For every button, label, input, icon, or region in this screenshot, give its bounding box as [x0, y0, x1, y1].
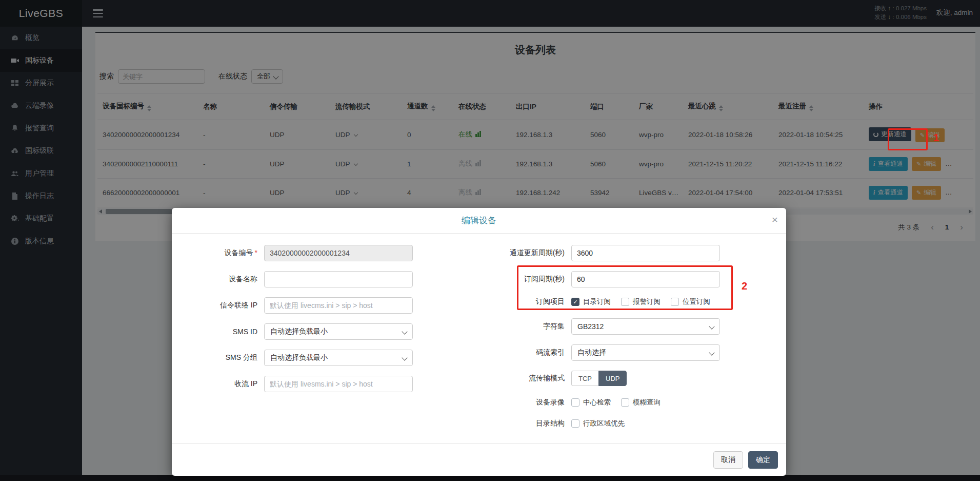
sms-id-label: SMS ID: [172, 328, 264, 336]
chevron-down-icon: [709, 350, 714, 355]
charset-select[interactable]: GB2312: [571, 318, 720, 335]
device-name-label: 设备名称: [172, 275, 264, 284]
catalog-subscribe-checkbox[interactable]: [571, 298, 579, 306]
chevron-down-icon: [402, 355, 407, 360]
subscribe-period-field[interactable]: [571, 271, 720, 287]
cancel-button[interactable]: 取消: [713, 451, 743, 469]
sms-group-label: SMS 分组: [172, 353, 264, 362]
position-subscribe-checkbox[interactable]: [671, 298, 679, 306]
chevron-down-icon: [402, 329, 407, 334]
device-id-field: [264, 245, 413, 261]
modal-right-column: 通道更新周期(秒) 订阅周期(秒) 订阅项目 目录订阅 报警订阅 位置订阅 字符…: [479, 245, 786, 438]
center-search-checkbox[interactable]: [571, 398, 579, 407]
recv-stream-ip-field[interactable]: [264, 376, 413, 392]
close-icon[interactable]: ×: [772, 214, 778, 225]
annotation-number-1: 1: [933, 132, 939, 144]
annotation-number-2: 2: [742, 280, 747, 292]
edit-device-modal: 编辑设备 × 设备编号* 设备名称 信令联络 IP SMS ID 自动选择负载最…: [172, 208, 786, 476]
chevron-down-icon: [709, 323, 714, 329]
modal-body: 设备编号* 设备名称 信令联络 IP SMS ID 自动选择负载最小 SMS 分…: [172, 234, 786, 438]
confirm-button[interactable]: 确定: [748, 451, 778, 469]
subscribe-items-label: 订阅项目: [479, 297, 571, 306]
stream-index-select[interactable]: 自动选择: [571, 344, 720, 361]
sms-id-select[interactable]: 自动选择负载最小: [264, 323, 413, 340]
sip-contact-ip-label: 信令联络 IP: [172, 301, 264, 310]
modal-header: 编辑设备 ×: [172, 208, 786, 234]
alarm-subscribe-checkbox[interactable]: [621, 298, 629, 306]
subscribe-period-label: 订阅周期(秒): [479, 275, 571, 284]
stream-mode-label: 流传输模式: [479, 374, 571, 383]
stream-mode-toggle: TCP UDP: [571, 371, 627, 386]
device-name-field[interactable]: [264, 271, 413, 287]
udp-option[interactable]: UDP: [598, 371, 627, 386]
stream-index-label: 码流索引: [479, 348, 571, 357]
charset-label: 字符集: [479, 322, 571, 331]
tcp-option[interactable]: TCP: [571, 371, 598, 386]
sip-contact-ip-field[interactable]: [264, 297, 413, 314]
admin-region-first-checkbox[interactable]: [571, 419, 579, 428]
modal-title: 编辑设备: [462, 215, 496, 226]
fuzzy-query-checkbox[interactable]: [621, 398, 629, 407]
recv-stream-ip-label: 收流 IP: [172, 379, 264, 389]
channel-refresh-label: 通道更新周期(秒): [479, 248, 571, 258]
modal-footer: 取消 确定: [172, 443, 786, 476]
channel-refresh-field[interactable]: [571, 245, 720, 261]
device-record-label: 设备录像: [479, 398, 571, 407]
modal-left-column: 设备编号* 设备名称 信令联络 IP SMS ID 自动选择负载最小 SMS 分…: [172, 245, 479, 438]
device-id-label: 设备编号: [225, 248, 253, 257]
dir-structure-label: 目录结构: [479, 419, 571, 428]
sms-group-select[interactable]: 自动选择负载最小: [264, 350, 413, 366]
required-mark: *: [255, 248, 257, 257]
